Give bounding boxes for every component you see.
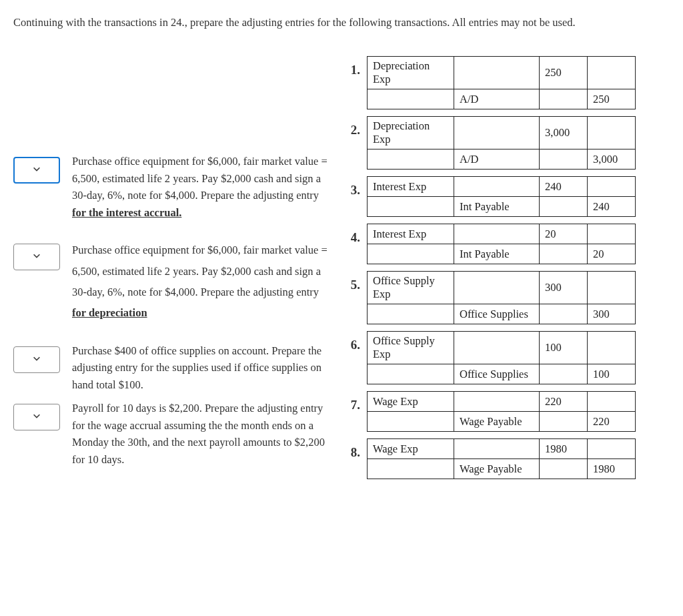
credit-account-cell: A/D [454,149,540,170]
entry-number: 2. [343,116,367,137]
cell-blank [588,224,636,244]
answer-dropdown[interactable] [13,346,60,373]
question-row: Purchase office equipment for $6,000, fa… [13,240,333,323]
debit-amount-cell: 100 [540,332,588,364]
question-text: Payroll for 10 days is $2,200. Prepare t… [72,400,333,468]
instructions-text: Continuing with the transactions in 24.,… [13,16,670,29]
credit-amount-cell: 20 [588,244,636,264]
cell-blank [368,89,454,109]
debit-account-cell: Wage Exp [368,392,454,412]
credit-account-cell: Wage Payable [454,459,540,479]
chevron-down-icon [32,251,41,263]
cell-blank [368,149,454,170]
credit-account-cell: Wage Payable [454,412,540,432]
question-body: Payroll for 10 days is $2,200. Prepare t… [72,402,325,466]
question-body: Purchase $400 of office supplies on acco… [72,344,321,391]
question-emphasis: for the interest accrual. [72,206,181,219]
debit-account-cell: Interest Exp [368,224,454,244]
entry-number: 7. [343,391,367,412]
question-body: Purchase office equipment for $6,000, fa… [72,244,327,298]
debit-account-cell: Depreciation Exp [368,57,454,89]
cell-blank [454,439,540,459]
question-emphasis: for depreciation [72,306,147,319]
journal-entry-table: Wage Exp220Wage Payable220 [367,391,636,432]
journal-entry: 7.Wage Exp220Wage Payable220 [343,391,636,432]
journal-entry-table: Interest Exp240Int Payable240 [367,176,636,217]
debit-account-cell: Office Supply Exp [368,272,454,304]
debit-amount-cell: 240 [540,177,588,197]
debit-account-cell: Depreciation Exp [368,117,454,149]
cell-blank [540,149,588,170]
table-row: Office Supplies100 [368,364,636,384]
journal-entry: 6.Office Supply Exp100Office Supplies100 [343,331,636,384]
credit-account-cell: Int Payable [454,197,540,217]
answer-dropdown[interactable] [13,157,60,184]
answer-dropdown[interactable] [13,244,60,270]
table-row: Office Supplies300 [368,304,636,324]
credit-amount-cell: 220 [588,412,636,432]
credit-amount-cell: 240 [588,197,636,217]
credit-account-cell: Office Supplies [454,364,540,384]
cell-blank [588,57,636,89]
chevron-down-icon [32,411,41,423]
debit-amount-cell: 220 [540,392,588,412]
debit-amount-cell: 20 [540,224,588,244]
cell-blank [454,224,540,244]
table-row: Int Payable240 [368,197,636,217]
entry-number: 4. [343,224,367,245]
journal-entry-table: Interest Exp20Int Payable20 [367,224,636,264]
table-row: A/D3,000 [368,149,636,170]
main-content: Purchase office equipment for $6,000, fa… [13,56,670,487]
table-row: Office Supply Exp300 [368,272,636,304]
table-row: Depreciation Exp3,000 [368,117,636,149]
debit-account-cell: Interest Exp [368,177,454,197]
table-row: Interest Exp20 [368,224,636,244]
cell-blank [454,117,540,149]
cell-blank [368,197,454,217]
table-row: A/D250 [368,89,636,109]
cell-blank [454,392,540,412]
debit-amount-cell: 1980 [540,439,588,459]
table-row: Wage Payable220 [368,412,636,432]
credit-amount-cell: 100 [588,364,636,384]
table-row: Wage Exp1980 [368,439,636,459]
debit-account-cell: Wage Exp [368,439,454,459]
journal-entry-table: Depreciation Exp3,000A/D3,000 [367,116,636,170]
journal-entry: 2.Depreciation Exp3,000A/D3,000 [343,116,636,170]
credit-account-cell: Int Payable [454,244,540,264]
answer-dropdown[interactable] [13,404,60,430]
question-row: Purchase office equipment for $6,000, fa… [13,153,333,221]
journal-entry: 1.Depreciation Exp250A/D250 [343,56,636,109]
journal-entries-column: 1.Depreciation Exp250A/D2502.Depreciatio… [343,56,636,486]
debit-amount-cell: 300 [540,272,588,304]
cell-blank [368,304,454,324]
credit-amount-cell: 300 [588,304,636,324]
debit-amount-cell: 3,000 [540,117,588,149]
cell-blank [454,272,540,304]
entry-number: 1. [343,56,367,77]
cell-blank [588,272,636,304]
journal-entry: 4.Interest Exp20Int Payable20 [343,224,636,264]
chevron-down-icon [32,354,41,366]
table-row: Wage Payable1980 [368,459,636,479]
entry-number: 6. [343,331,367,352]
question-body: Purchase office equipment for $6,000, fa… [72,155,327,202]
credit-amount-cell: 1980 [588,459,636,479]
entry-number: 3. [343,176,367,198]
cell-blank [540,459,588,479]
table-row: Int Payable20 [368,244,636,264]
credit-amount-cell: 3,000 [588,149,636,170]
credit-account-cell: A/D [454,89,540,109]
entry-number: 8. [343,438,367,460]
cell-blank [368,364,454,384]
cell-blank [540,412,588,432]
entry-number: 5. [343,271,367,292]
journal-entry-table: Office Supply Exp100Office Supplies100 [367,331,636,384]
cell-blank [588,439,636,459]
cell-blank [368,244,454,264]
journal-entry-table: Depreciation Exp250A/D250 [367,56,636,109]
questions-column: Purchase office equipment for $6,000, fa… [13,56,333,487]
cell-blank [540,244,588,264]
question-text: Purchase office equipment for $6,000, fa… [72,240,333,323]
credit-account-cell: Office Supplies [454,304,540,324]
